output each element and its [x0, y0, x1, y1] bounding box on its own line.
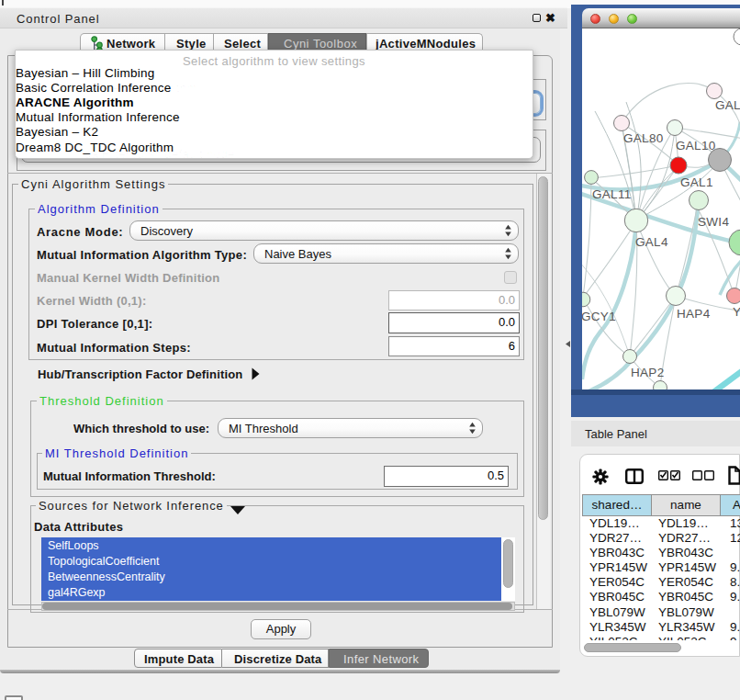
svg-text:GAL4: GAL4	[635, 235, 668, 249]
svg-text:GCY1: GCY1	[582, 310, 616, 323]
svg-text:SWI4: SWI4	[698, 215, 729, 229]
svg-text:HAP2: HAP2	[631, 366, 664, 379]
svg-text:GAL1: GAL1	[680, 175, 713, 189]
svg-text:GAL11: GAL11	[592, 187, 632, 201]
svg-text:Y: Y	[733, 305, 740, 319]
svg-text:GAL: GAL	[715, 98, 740, 112]
svg-text:HAP4: HAP4	[677, 307, 711, 321]
svg-text:GAL10: GAL10	[676, 139, 716, 152]
svg-text:GAL80: GAL80	[623, 131, 664, 145]
